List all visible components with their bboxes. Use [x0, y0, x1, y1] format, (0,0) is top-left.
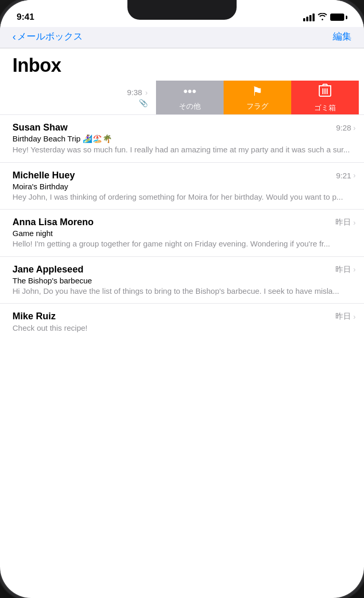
email-sender: Susan Shaw — [12, 122, 68, 133]
row-chevron-icon: › — [353, 124, 356, 132]
status-icons — [303, 13, 347, 22]
more-label: その他 — [179, 102, 201, 111]
email-preview: Hi John, Do you have the list of things … — [12, 286, 356, 296]
trash-icon — [318, 83, 332, 100]
email-subject: Game night — [12, 229, 356, 238]
email-time: 9:21 — [336, 171, 351, 180]
email-content-mike: Mike Ruiz 昨日 › Check out this recipe! — [12, 311, 356, 333]
swipe-actions: ••• その他 ⚑ フラグ — [156, 81, 359, 114]
email-row[interactable]: Jane Appleseed 昨日 › The Bishop's barbecu… — [0, 257, 364, 304]
email-row[interactable]: Susan Shaw 9:28 › Birthday Beach Trip 🏄‍… — [0, 115, 364, 163]
row-chevron-icon: › — [353, 313, 356, 321]
email-sender: Michelle Huey — [12, 170, 75, 181]
email-content-jane: Jane Appleseed 昨日 › The Bishop's barbecu… — [12, 264, 356, 296]
email-sender: Anna Lisa Moreno — [12, 217, 94, 228]
back-chevron-icon: ‹ — [12, 31, 16, 43]
inbox-header: Inbox — [0, 48, 364, 81]
email-row[interactable]: Michelle Huey 9:21 › Moira's Birthday He… — [0, 163, 364, 210]
trash-label: ゴミ箱 — [314, 103, 336, 113]
email-row[interactable]: Anna Lisa Moreno 昨日 › Game night Hello! … — [0, 210, 364, 257]
email-subject: The Bishop's barbecue — [12, 276, 356, 285]
screen: 9:41 — [0, 0, 364, 598]
swipe-email-time: 9:38 — [127, 88, 142, 97]
email-time: 9:28 — [336, 123, 351, 132]
email-content-susan: Susan Shaw 9:28 › Birthday Beach Trip 🏄‍… — [12, 122, 356, 155]
swipe-chevron-icon: › — [145, 88, 148, 97]
email-time: 昨日 — [335, 217, 351, 227]
row-chevron-icon: › — [353, 265, 356, 274]
action-more-button[interactable]: ••• その他 — [156, 81, 224, 114]
phone-frame: 9:41 — [0, 0, 364, 598]
email-subject: Birthday Beach Trip 🏄‍♀️🏖️🌴 — [12, 134, 356, 144]
attachment-icon: 📎 — [12, 99, 148, 107]
email-preview: Hey! Yesterday was so much fun. I really… — [12, 145, 356, 155]
email-sender: Jane Appleseed — [12, 264, 83, 275]
email-preview: Hello! I'm getting a group together for … — [12, 239, 356, 249]
email-list: 9:38 › 📎 ••• その他 ⚑ フラグ — [0, 81, 364, 341]
more-icon: ••• — [183, 84, 196, 99]
action-trash-button[interactable]: ゴミ箱 — [291, 81, 359, 114]
row-chevron-icon: › — [353, 218, 356, 227]
flag-label: フラグ — [246, 102, 268, 111]
email-content-anna: Anna Lisa Moreno 昨日 › Game night Hello! … — [12, 217, 356, 249]
email-sender: Mike Ruiz — [12, 311, 56, 322]
wifi-icon — [318, 13, 327, 22]
swipe-email-row[interactable]: 9:38 › 📎 ••• その他 ⚑ フラグ — [0, 81, 364, 115]
back-button[interactable]: ‹ メールボックス — [12, 30, 83, 43]
flag-icon: ⚑ — [252, 84, 263, 99]
page-title: Inbox — [12, 55, 352, 76]
action-flag-button[interactable]: ⚑ フラグ — [224, 81, 291, 114]
nav-bar: ‹ メールボックス 編集 — [0, 27, 364, 48]
edit-button[interactable]: 編集 — [333, 30, 352, 43]
email-time: 昨日 — [335, 265, 351, 275]
email-subject: Moira's Birthday — [12, 182, 356, 191]
swipe-email-content: 9:38 › 📎 — [0, 81, 156, 114]
row-chevron-icon: › — [353, 171, 356, 179]
email-content-michelle: Michelle Huey 9:21 › Moira's Birthday He… — [12, 170, 356, 202]
notch — [127, 0, 237, 20]
email-row[interactable]: Mike Ruiz 昨日 › Check out this recipe! — [0, 304, 364, 341]
signal-icon — [303, 14, 315, 21]
email-time: 昨日 — [335, 311, 351, 321]
back-label: メールボックス — [17, 30, 83, 43]
email-preview: Check out this recipe! — [12, 323, 356, 333]
status-time: 9:41 — [17, 12, 34, 22]
email-preview: Hey John, I was thinking of ordering som… — [12, 192, 356, 202]
battery-icon — [330, 14, 347, 21]
